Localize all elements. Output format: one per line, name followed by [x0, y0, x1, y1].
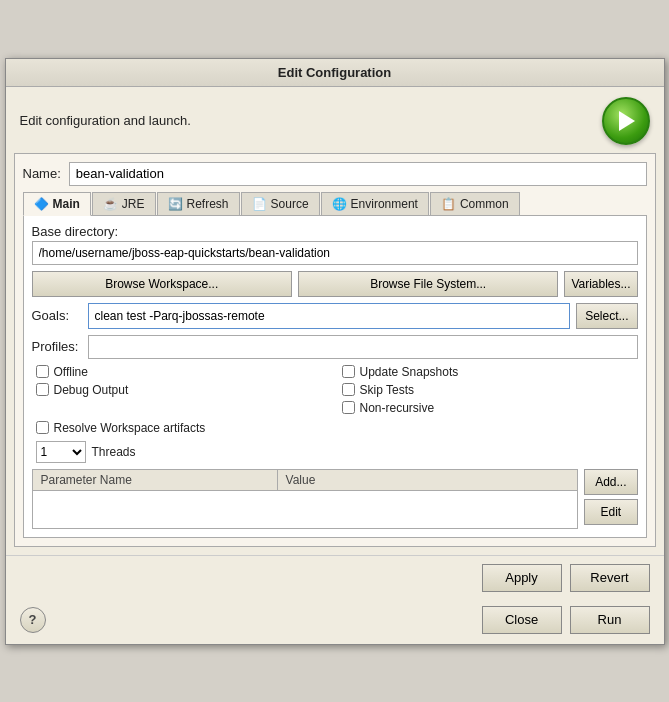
name-label: Name: [23, 166, 61, 181]
params-section: Parameter Name Value Add... Edit [32, 469, 638, 529]
base-directory-input[interactable] [32, 241, 638, 265]
source-tab-icon: 📄 [252, 197, 267, 211]
params-col-name: Parameter Name [33, 470, 278, 490]
skip-tests-checkbox[interactable] [342, 383, 355, 396]
goals-input[interactable] [88, 303, 571, 329]
update-snapshots-checkbox-item[interactable]: Update Snapshots [342, 365, 638, 379]
resolve-workspace-checkbox[interactable] [36, 421, 49, 434]
run-button[interactable]: Run [570, 606, 650, 634]
threads-label: Threads [92, 445, 136, 459]
main-tab-icon: 🔷 [34, 197, 49, 211]
goals-row: Goals: Select... [32, 303, 638, 329]
goals-label: Goals: [32, 308, 82, 323]
params-table: Parameter Name Value [32, 469, 579, 529]
environment-tab-label: Environment [351, 197, 418, 211]
tab-environment[interactable]: 🌐 Environment [321, 192, 429, 215]
tab-source[interactable]: 📄 Source [241, 192, 320, 215]
apply-revert-row: Apply Revert [6, 555, 664, 600]
browse-filesystem-button[interactable]: Browse File System... [298, 271, 558, 297]
params-table-body [33, 491, 578, 528]
debug-output-checkbox-item[interactable]: Debug Output [36, 383, 332, 397]
refresh-tab-icon: 🔄 [168, 197, 183, 211]
header-text: Edit configuration and launch. [20, 113, 592, 128]
params-col-value: Value [278, 470, 578, 490]
close-button[interactable]: Close [482, 606, 562, 634]
main-tab-label: Main [53, 197, 80, 211]
resolve-workspace-checkbox-item[interactable]: Resolve Workspace artifacts [32, 421, 638, 435]
params-table-wrap: Parameter Name Value [32, 469, 579, 529]
revert-button[interactable]: Revert [570, 564, 650, 592]
tab-main[interactable]: 🔷 Main [23, 192, 91, 216]
header-area: Edit configuration and launch. [6, 87, 664, 153]
profiles-label: Profiles: [32, 339, 82, 354]
tab-refresh[interactable]: 🔄 Refresh [157, 192, 240, 215]
jre-tab-label: JRE [122, 197, 145, 211]
dialog-title: Edit Configuration [6, 59, 664, 87]
footer-row: ? Close Run [6, 600, 664, 644]
browse-buttons-row: Browse Workspace... Browse File System..… [32, 271, 638, 297]
params-buttons: Add... Edit [584, 469, 637, 525]
tab-common[interactable]: 📋 Common [430, 192, 520, 215]
browse-workspace-button[interactable]: Browse Workspace... [32, 271, 292, 297]
threads-select[interactable]: 1 2 4 [36, 441, 86, 463]
non-recursive-label: Non-recursive [360, 401, 435, 415]
profiles-row: Profiles: [32, 335, 638, 359]
update-snapshots-checkbox[interactable] [342, 365, 355, 378]
variables-button[interactable]: Variables... [564, 271, 637, 297]
refresh-tab-label: Refresh [187, 197, 229, 211]
environment-tab-icon: 🌐 [332, 197, 347, 211]
resolve-workspace-label: Resolve Workspace artifacts [54, 421, 206, 435]
help-button[interactable]: ? [20, 607, 46, 633]
launch-run-button[interactable] [602, 97, 650, 145]
non-recursive-checkbox-item[interactable]: Non-recursive [342, 401, 638, 415]
footer-right-buttons: Close Run [482, 606, 650, 634]
offline-checkbox-item[interactable]: Offline [36, 365, 332, 379]
debug-output-label: Debug Output [54, 383, 129, 397]
goals-select-button[interactable]: Select... [576, 303, 637, 329]
tab-content-main: Base directory: Browse Workspace... Brow… [23, 216, 647, 538]
common-tab-label: Common [460, 197, 509, 211]
common-tab-icon: 📋 [441, 197, 456, 211]
source-tab-label: Source [271, 197, 309, 211]
offline-checkbox[interactable] [36, 365, 49, 378]
params-table-header: Parameter Name Value [33, 470, 578, 491]
skip-tests-label: Skip Tests [360, 383, 414, 397]
add-param-button[interactable]: Add... [584, 469, 637, 495]
update-snapshots-label: Update Snapshots [360, 365, 459, 379]
content-area: Name: 🔷 Main ☕ JRE 🔄 Refresh 📄 Source � [14, 153, 656, 547]
edit-configuration-dialog: Edit Configuration Edit configuration an… [5, 58, 665, 645]
name-input[interactable] [69, 162, 647, 186]
tab-jre[interactable]: ☕ JRE [92, 192, 156, 215]
checkboxes-grid: Offline Update Snapshots Debug Output Sk… [32, 365, 638, 415]
offline-label: Offline [54, 365, 88, 379]
apply-button[interactable]: Apply [482, 564, 562, 592]
threads-row: 1 2 4 Threads [32, 441, 638, 463]
profiles-input[interactable] [88, 335, 638, 359]
skip-tests-checkbox-item[interactable]: Skip Tests [342, 383, 638, 397]
base-directory-section: Base directory: [32, 224, 638, 265]
debug-output-checkbox[interactable] [36, 383, 49, 396]
name-row: Name: [23, 162, 647, 186]
base-directory-label: Base directory: [32, 224, 638, 239]
jre-tab-icon: ☕ [103, 197, 118, 211]
tabs-bar: 🔷 Main ☕ JRE 🔄 Refresh 📄 Source 🌐 Enviro… [23, 192, 647, 216]
edit-param-button[interactable]: Edit [584, 499, 637, 525]
non-recursive-checkbox[interactable] [342, 401, 355, 414]
